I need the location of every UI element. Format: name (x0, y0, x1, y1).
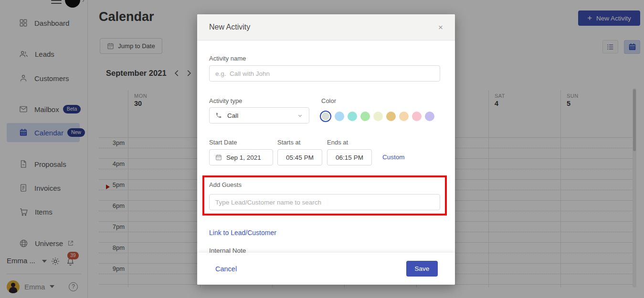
start-date-value: Sep 1, 2021 (226, 154, 261, 161)
modal-footer: Cancel Save (197, 253, 455, 285)
color-swatch-selected[interactable] (320, 111, 331, 122)
add-guests-label: Add Guests (209, 181, 242, 188)
chevron-down-icon (297, 113, 303, 119)
activity-type-label: Activity type (209, 97, 242, 104)
color-swatch[interactable] (322, 113, 329, 120)
new-activity-modal: New Activity × Activity name Activity ty… (197, 14, 455, 285)
modal-title: New Activity (209, 23, 250, 31)
add-guests-input[interactable] (209, 194, 440, 210)
starts-at-input[interactable] (277, 149, 322, 165)
color-swatch[interactable] (412, 112, 422, 121)
color-swatch[interactable] (373, 112, 383, 121)
color-swatch[interactable] (399, 112, 409, 121)
close-icon[interactable]: × (438, 23, 443, 31)
ends-at-label: Ends at (327, 139, 348, 146)
starts-at-label: Starts at (277, 139, 300, 146)
app-root: › Dashboard Leads Customers Mailbox Beta… (0, 0, 644, 298)
color-swatch[interactable] (425, 112, 434, 121)
activity-name-label: Activity name (209, 55, 246, 62)
color-swatches (320, 110, 434, 123)
color-swatch[interactable] (348, 112, 357, 121)
cancel-button[interactable]: Cancel (215, 265, 237, 273)
activity-type-select[interactable]: Call (209, 107, 309, 123)
save-button[interactable]: Save (406, 261, 438, 277)
ends-at-input[interactable] (327, 149, 372, 165)
phone-icon (215, 112, 222, 119)
calendar-icon (215, 154, 222, 161)
custom-time-link[interactable]: Custom (382, 154, 405, 161)
activity-type-value: Call (227, 112, 238, 119)
start-date-label: Start Date (209, 139, 237, 146)
color-swatch[interactable] (360, 112, 370, 121)
color-swatch[interactable] (386, 112, 396, 121)
color-swatch[interactable] (335, 112, 344, 121)
link-to-lead-customer-link[interactable]: Link to Lead/Customer (209, 229, 276, 236)
start-date-input[interactable]: Sep 1, 2021 (209, 149, 273, 165)
color-label: Color (321, 97, 336, 104)
modal-header: New Activity × (197, 14, 455, 41)
activity-name-input[interactable] (209, 65, 440, 82)
